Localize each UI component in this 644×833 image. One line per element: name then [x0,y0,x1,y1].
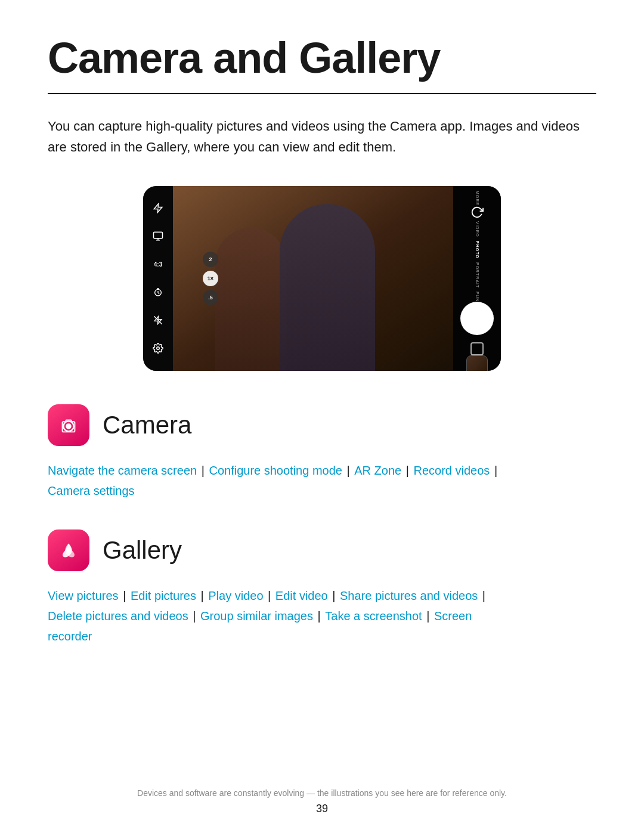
camera-flip-icon [470,206,484,221]
camera-screenshot-container: 4:3 [48,186,596,371]
zoom-controls: 2 1× .5 [203,252,218,305]
bottom-controls [466,355,488,371]
camera-app-icon [48,404,89,446]
link-configure-shooting[interactable]: Configure shooting mode [209,464,342,477]
link-ar-zone[interactable]: AR Zone [354,464,401,477]
svg-point-6 [66,548,71,553]
timer-icon [150,284,166,300]
shutter-area [460,302,494,355]
link-play-video[interactable]: Play video [208,589,263,602]
link-navigate-camera[interactable]: Navigate the camera screen [48,464,197,477]
footer: Devices and software are constantly evol… [0,788,644,815]
gallery-links: View pictures | Edit pictures | Play vid… [48,586,596,646]
zoom-1x: 1× [203,271,218,286]
flash-off-icon [150,312,166,328]
svg-point-5 [66,423,72,429]
camera-left-controls: 4:3 [143,186,173,371]
page-number: 39 [316,803,328,815]
svg-point-3 [157,347,160,350]
camera-viewfinder: 2 1× .5 [173,186,453,371]
settings-icon [150,340,166,356]
link-view-pictures[interactable]: View pictures [48,589,119,602]
link-camera-settings[interactable]: Camera settings [48,484,135,497]
camera-links: Navigate the camera screen | Configure s… [48,460,596,501]
page-title: Camera and Gallery [48,36,596,81]
camera-screenshot: 4:3 [143,186,501,371]
zoom-half: .5 [203,290,218,305]
title-divider [48,93,596,94]
last-photo-thumbnail[interactable] [466,355,488,371]
gallery-thumbnail-button[interactable] [470,342,484,355]
link-delete-pictures-videos[interactable]: Delete pictures and videos [48,609,188,623]
flash-icon [150,200,166,216]
gallery-section-header: Gallery [48,529,596,571]
link-edit-video[interactable]: Edit video [275,589,328,602]
gallery-app-icon [48,529,89,571]
camera-right-panel: MORE VIDEO PHOTO PORTRAIT FUN [453,186,501,371]
selfie-icon [150,228,166,244]
camera-section-title: Camera [103,411,191,439]
footer-note: Devices and software are constantly evol… [137,788,507,798]
shutter-button[interactable] [460,302,494,335]
link-take-screenshot[interactable]: Take a screenshot [325,609,422,623]
link-edit-pictures[interactable]: Edit pictures [131,589,196,602]
link-share-pictures-videos[interactable]: Share pictures and videos [340,589,478,602]
gallery-section-title: Gallery [103,536,182,565]
svg-rect-0 [154,233,163,239]
link-group-similar-images[interactable]: Group similar images [200,609,313,623]
camera-more-menu: MORE [475,191,479,206]
mode-labels: VIDEO PHOTO PORTRAIT FUN [475,221,479,302]
intro-paragraph: You can capture high-quality pictures an… [48,116,596,157]
camera-section-header: Camera [48,404,596,446]
link-record-videos[interactable]: Record videos [414,464,490,477]
zoom-2x: 2 [203,252,218,267]
ratio-icon: 4:3 [150,256,166,272]
